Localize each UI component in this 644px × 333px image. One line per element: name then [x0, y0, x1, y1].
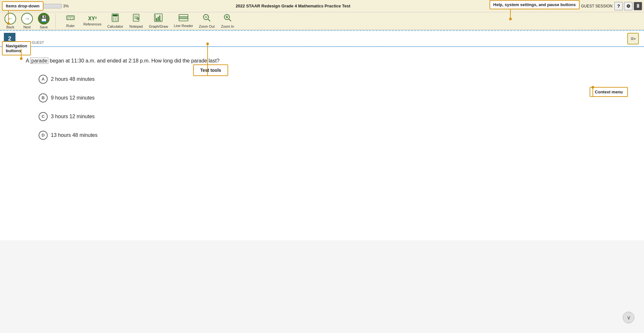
- question-text-part1: A: [26, 58, 30, 63]
- choice-c-circle: C: [39, 112, 48, 121]
- svg-line-32: [208, 19, 210, 21]
- svg-rect-28: [179, 17, 188, 19]
- test-title: 2022 STAAR Redesign Grade 4 Mathematics …: [70, 4, 515, 8]
- references-icon: XY²: [88, 16, 97, 22]
- progress-bar-outer: [23, 4, 62, 8]
- choice-c-text: 3 hours 12 minutes: [51, 114, 95, 119]
- pause-button[interactable]: ⏸: [634, 2, 642, 10]
- question-text: A parade began at 11:30 a.m. and ended a…: [26, 57, 618, 65]
- student-name: GUEST, GUEST: [18, 41, 44, 44]
- zoomout-icon: [202, 14, 211, 24]
- svg-point-10: [117, 18, 118, 19]
- back-icon: ←: [5, 13, 16, 24]
- question-number: 2: [4, 33, 15, 44]
- ruler-label: Ruler: [66, 24, 75, 28]
- choice-b-circle: B: [39, 93, 48, 102]
- choice-c[interactable]: C 3 hours 12 minutes: [39, 112, 618, 121]
- ruler-icon: [66, 14, 75, 23]
- nav-section: ← Back → Next 💾 Save: [3, 14, 56, 28]
- help-button[interactable]: ?: [614, 2, 623, 10]
- save-button[interactable]: 💾 Save: [36, 12, 51, 30]
- svg-rect-24: [156, 18, 157, 21]
- svg-point-11: [113, 20, 114, 21]
- next-icon: →: [21, 13, 33, 24]
- user-info: GUEST, GUEST (TSDS ID: GUEST) GUEST SESS…: [517, 4, 612, 8]
- svg-point-12: [115, 20, 116, 21]
- linereader-icon: [179, 14, 188, 23]
- svg-point-13: [117, 20, 118, 21]
- calculator-button[interactable]: Calculator: [105, 13, 126, 29]
- choice-a[interactable]: A 2 hours 48 minutes: [39, 75, 618, 84]
- notepad-label: Notepad: [129, 24, 143, 28]
- zoomin-icon: [223, 14, 232, 24]
- next-label: Next: [23, 25, 31, 29]
- progress-container: 3%: [23, 4, 69, 8]
- tools-section: Ruler XY² References Calculator Notepad: [56, 14, 641, 28]
- items-dropdown[interactable]: Items C: [2, 2, 21, 10]
- linereader-label: Line Reader: [174, 24, 193, 28]
- calculator-label: Calculator: [107, 24, 123, 28]
- linereader-button[interactable]: Line Reader: [171, 14, 196, 28]
- question-header: 2 GUEST, GUEST ≡▾: [0, 31, 644, 47]
- ruler-button[interactable]: Ruler: [61, 14, 80, 28]
- choice-d[interactable]: D 13 hours 48 minutes: [39, 131, 618, 140]
- back-label: Back: [6, 25, 14, 29]
- zoomout-button[interactable]: Zoom Out: [196, 13, 217, 29]
- next-button[interactable]: → Next: [19, 12, 35, 30]
- progress-percent: 3%: [63, 4, 69, 8]
- choice-d-circle: D: [39, 131, 48, 140]
- choice-b-text: 9 hours 12 minutes: [51, 95, 95, 101]
- settings-button[interactable]: ⚙: [624, 2, 632, 10]
- highlighted-word: parade: [30, 58, 48, 64]
- nav-bar: ← Back → Next 💾 Save Ruler XY² Ref: [0, 12, 644, 30]
- items-dropdown-label: Items C: [4, 4, 17, 8]
- notepad-icon: [133, 14, 140, 24]
- context-menu-button[interactable]: ≡▾: [627, 33, 639, 44]
- references-button[interactable]: XY² References: [81, 15, 104, 27]
- choice-a-circle: A: [39, 75, 48, 84]
- svg-point-8: [113, 18, 114, 19]
- answer-choices: A 2 hours 48 minutes B 9 hours 12 minute…: [26, 75, 618, 140]
- svg-point-9: [115, 18, 116, 19]
- notepad-button[interactable]: Notepad: [126, 13, 146, 29]
- svg-rect-7: [113, 14, 118, 16]
- calculator-icon: [112, 14, 119, 24]
- svg-rect-26: [159, 15, 160, 21]
- back-button[interactable]: ← Back: [3, 12, 18, 30]
- references-label: References: [83, 22, 101, 26]
- save-label: Save: [40, 25, 48, 29]
- zoomout-label: Zoom Out: [199, 24, 215, 28]
- save-icon: 💾: [38, 13, 50, 24]
- progress-bar-inner: [23, 4, 25, 8]
- main-content: A parade began at 11:30 a.m. and ended a…: [0, 47, 644, 240]
- choice-d-text: 13 hours 48 minutes: [51, 132, 98, 138]
- svg-line-35: [229, 19, 231, 21]
- graphdraw-label: Graph/Draw: [149, 24, 168, 28]
- choice-a-text: 2 hours 48 minutes: [51, 76, 95, 82]
- choice-b[interactable]: B 9 hours 12 minutes: [39, 93, 618, 102]
- top-bar: Items C 3% 2022 STAAR Redesign Grade 4 M…: [0, 0, 644, 12]
- zoomin-label: Zoom In: [221, 24, 234, 28]
- help-buttons: ? ⚙ ⏸: [614, 2, 642, 10]
- graphdraw-icon: [154, 14, 163, 24]
- question-text-part2: began at 11:30 a.m. and ended at 2:18 p.…: [48, 58, 219, 63]
- svg-rect-25: [158, 17, 159, 21]
- zoomin-button[interactable]: Zoom In: [218, 13, 237, 29]
- graphdraw-button[interactable]: Graph/Draw: [146, 13, 171, 29]
